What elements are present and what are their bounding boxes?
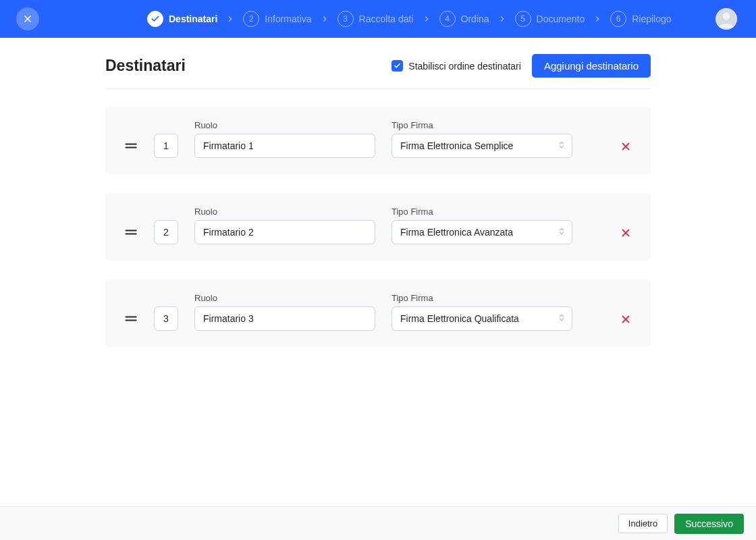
order-checkbox[interactable]	[392, 60, 403, 72]
drag-icon	[124, 225, 138, 239]
signature-type-label: Tipo Firma	[392, 120, 572, 130]
signature-type-value: Firma Elettronica Qualificata	[400, 313, 519, 324]
drag-handle[interactable]	[124, 312, 138, 331]
delete-icon	[620, 227, 632, 239]
close-icon	[22, 14, 33, 24]
recipient-list: 1 Ruolo Firmatario 1 Tipo Firma Firma El…	[105, 107, 651, 347]
check-icon	[147, 11, 163, 27]
next-button[interactable]: Successivo	[674, 514, 744, 534]
chevron-right-icon	[225, 14, 235, 24]
select-caret-icon	[557, 140, 566, 152]
chevron-right-icon	[320, 14, 329, 24]
role-input[interactable]: Firmatario 2	[194, 220, 375, 244]
footer: Indietro Successivo	[0, 506, 756, 540]
step-label: Riepilogo	[632, 14, 671, 24]
order-number[interactable]: 3	[154, 306, 178, 331]
delete-recipient-button[interactable]	[620, 313, 632, 331]
role-label: Ruolo	[194, 293, 375, 303]
page-title: Destinatari	[105, 57, 186, 75]
step-label: Ordina	[461, 14, 489, 24]
step-number: 4	[439, 11, 456, 27]
role-label: Ruolo	[194, 207, 375, 217]
role-input[interactable]: Firmatario 1	[194, 134, 375, 158]
chevron-right-icon	[593, 14, 602, 24]
step-documento[interactable]: 5 Documento	[515, 11, 585, 27]
main-content: Destinatari Stabilisci ordine destinatar…	[0, 38, 756, 506]
drag-icon	[124, 312, 138, 325]
drag-handle[interactable]	[124, 139, 138, 158]
step-raccolta-dati[interactable]: 3 Raccolta dati	[338, 11, 414, 27]
delete-icon	[620, 140, 632, 153]
delete-icon	[620, 313, 632, 325]
step-destinatari[interactable]: Destinatari	[147, 11, 217, 27]
signature-type-label: Tipo Firma	[392, 293, 572, 303]
topbar: Destinatari 2 Informativa 3 Raccolta dat…	[0, 0, 756, 38]
delete-recipient-button[interactable]	[620, 140, 632, 158]
avatar[interactable]	[716, 8, 737, 30]
page-header: Destinatari Stabilisci ordine destinatar…	[105, 54, 651, 89]
step-label: Destinatari	[169, 14, 217, 24]
role-label: Ruolo	[194, 120, 375, 130]
step-riepilogo[interactable]: 6 Riepilogo	[610, 11, 671, 27]
stepper: Destinatari 2 Informativa 3 Raccolta dat…	[147, 11, 672, 27]
step-informativa[interactable]: 2 Informativa	[243, 11, 311, 27]
recipient-card: 1 Ruolo Firmatario 1 Tipo Firma Firma El…	[105, 107, 651, 174]
step-label: Raccolta dati	[359, 14, 414, 24]
user-icon	[716, 8, 737, 30]
signature-type-select[interactable]: Firma Elettronica Semplice	[392, 134, 572, 158]
select-caret-icon	[557, 313, 566, 325]
drag-handle[interactable]	[124, 225, 138, 244]
step-label: Informativa	[265, 14, 311, 24]
svg-point-3	[723, 13, 730, 20]
chevron-right-icon	[497, 14, 507, 24]
check-icon	[394, 62, 401, 70]
delete-recipient-button[interactable]	[620, 227, 632, 244]
signature-type-label: Tipo Firma	[392, 207, 572, 217]
recipient-card: 2 Ruolo Firmatario 2 Tipo Firma Firma El…	[105, 193, 651, 261]
step-number: 2	[243, 11, 259, 27]
step-ordina[interactable]: 4 Ordina	[439, 11, 489, 27]
signature-type-value: Firma Elettronica Avanzata	[400, 227, 513, 238]
order-number[interactable]: 2	[154, 220, 178, 244]
close-button[interactable]	[16, 7, 39, 30]
order-checkbox-label: Stabilisci ordine destinatari	[408, 61, 521, 72]
select-caret-icon	[557, 227, 566, 238]
signature-type-select[interactable]: Firma Elettronica Qualificata	[392, 306, 572, 331]
signature-type-value: Firma Elettronica Semplice	[400, 140, 513, 151]
step-number: 5	[515, 11, 531, 27]
drag-icon	[124, 139, 138, 153]
step-number: 6	[610, 11, 626, 27]
add-recipient-button[interactable]: Aggiungi destinatario	[532, 54, 651, 78]
order-number[interactable]: 1	[154, 134, 178, 158]
order-checkbox-wrap[interactable]: Stabilisci ordine destinatari	[392, 60, 521, 72]
step-label: Documento	[537, 14, 585, 24]
recipient-card: 3 Ruolo Firmatario 3 Tipo Firma Firma El…	[105, 279, 651, 347]
back-button[interactable]: Indietro	[618, 514, 668, 533]
chevron-right-icon	[422, 14, 431, 24]
role-input[interactable]: Firmatario 3	[194, 306, 375, 331]
signature-type-select[interactable]: Firma Elettronica Avanzata	[392, 220, 572, 244]
step-number: 3	[338, 11, 354, 27]
